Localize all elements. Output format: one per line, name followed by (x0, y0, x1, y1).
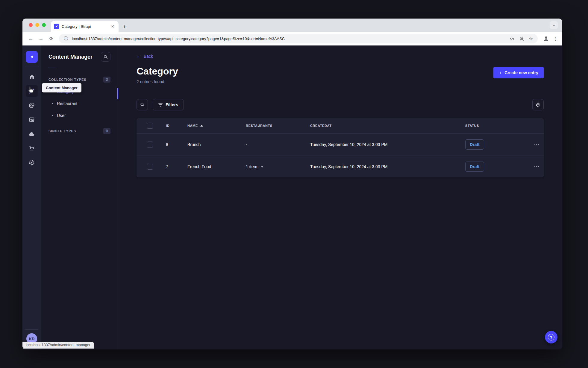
header-name[interactable]: NAME (187, 124, 246, 127)
select-all-checkbox[interactable] (147, 123, 153, 129)
filter-icon (158, 103, 163, 107)
new-tab-button[interactable]: + (123, 24, 126, 30)
marketplace-cart-icon[interactable] (26, 142, 38, 154)
profile-avatar-icon[interactable] (542, 35, 550, 42)
sidebar-item-user[interactable]: User (49, 110, 110, 121)
row-actions-kebab-icon[interactable] (515, 166, 539, 167)
cell-id: 8 (166, 142, 187, 147)
entries-count: 2 entries found (137, 79, 178, 84)
site-info-icon[interactable]: ⓘ (63, 35, 69, 42)
collection-types-count-badge: 3 (103, 77, 110, 83)
bookmark-star-icon[interactable]: ☆ (528, 35, 534, 42)
mouse-cursor-hand (27, 86, 35, 94)
table-header-row: ID NAME RESTAURANTS CREATEDAT STATUS (137, 118, 544, 134)
sidebar-item-label: Restaurant (57, 101, 77, 106)
question-mark-icon: ? (548, 334, 554, 340)
filters-label: Filters (166, 102, 178, 107)
cell-restaurants-label: 1 item (246, 164, 257, 169)
content-manager-tooltip: Content Manager (42, 83, 81, 92)
entries-table: ID NAME RESTAURANTS CREATEDAT STATUS 8 B… (137, 118, 544, 177)
table-search-icon[interactable] (137, 99, 148, 110)
create-new-entry-label: Create new entry (504, 70, 538, 75)
help-button[interactable]: ? (545, 331, 557, 343)
status-badge: Draft (465, 139, 484, 150)
address-bar[interactable]: ⓘ localhost:1337/admin/content-manager/c… (59, 34, 538, 43)
cell-createdat: Tuesday, September 10, 2024 at 3:03 PM (310, 164, 465, 169)
back-nav-icon[interactable]: ← (27, 34, 35, 43)
header-name-label: NAME (187, 124, 198, 127)
strapi-logo[interactable] (26, 51, 38, 63)
header-restaurants: RESTAURANTS (246, 124, 310, 127)
back-arrow-icon: ← (137, 54, 141, 59)
filters-button[interactable]: Filters (153, 99, 184, 110)
tab-close-icon[interactable]: ✕ (110, 24, 116, 29)
row-checkbox[interactable] (147, 142, 153, 147)
subnav-title: Content Manager (49, 54, 93, 60)
back-link[interactable]: ← Back (137, 54, 544, 59)
cell-createdat: Tuesday, September 10, 2024 at 3:03 PM (310, 142, 465, 147)
plus-icon: + (499, 70, 502, 75)
strapi-favicon (54, 24, 59, 29)
header-id[interactable]: ID (166, 124, 187, 127)
forward-nav-icon[interactable]: → (37, 34, 45, 43)
zoom-in-icon[interactable] (518, 35, 525, 42)
strapi-admin-app: KD Content Manager Collection Types 3 Ca… (22, 45, 562, 349)
chevron-down-icon (261, 166, 264, 168)
reload-icon[interactable]: ⟳ (47, 34, 55, 43)
close-window-button[interactable] (29, 23, 33, 27)
browser-tab-strip: Category | Strapi ✕ + ⌄ (22, 19, 562, 32)
main-content: ← Back Category 2 entries found + Create… (118, 45, 562, 349)
window-controls (29, 23, 46, 27)
cell-name: French Food (187, 164, 246, 169)
settings-gear-icon[interactable] (26, 157, 38, 169)
cell-restaurants: - (246, 142, 310, 147)
row-actions-kebab-icon[interactable] (515, 144, 539, 145)
tab-search-chevron-icon[interactable]: ⌄ (550, 21, 558, 29)
rail-divider (25, 67, 39, 67)
content-type-builder-icon[interactable] (26, 114, 38, 126)
header-createdat: CREATEDAT (310, 124, 465, 127)
sidebar-item-label: User (57, 113, 66, 118)
browser-tab[interactable]: Category | Strapi ✕ (51, 21, 119, 32)
table-row[interactable]: 8 Brunch - Tuesday, September 10, 2024 a… (137, 134, 544, 156)
cell-id: 7 (166, 164, 187, 169)
home-icon[interactable] (26, 71, 38, 83)
single-types-label: Single Types (49, 129, 76, 133)
subnav-divider (49, 68, 56, 68)
browser-window: Category | Strapi ✕ + ⌄ ← → ⟳ ⓘ localhos… (22, 19, 562, 349)
header-status: STATUS (465, 124, 515, 127)
tab-title: Category | Strapi (62, 24, 107, 29)
sort-ascending-icon (200, 125, 203, 127)
view-settings-gear-icon[interactable] (532, 99, 544, 110)
create-new-entry-button[interactable]: + Create new entry (493, 67, 544, 78)
link-preview-status-bar: localhost:1337/admin/content-manager (22, 342, 94, 349)
single-types-count-badge: 0 (103, 128, 110, 134)
password-key-icon[interactable] (509, 35, 516, 42)
row-checkbox[interactable] (147, 164, 153, 170)
rail-divider (25, 329, 39, 330)
media-library-icon[interactable] (26, 99, 38, 111)
table-row[interactable]: 7 French Food 1 item Tuesday, September … (137, 156, 544, 177)
cloud-icon[interactable] (26, 128, 38, 140)
maximize-window-button[interactable] (42, 23, 46, 27)
browser-toolbar: ← → ⟳ ⓘ localhost:1337/admin/content-man… (22, 32, 562, 45)
cell-name: Brunch (187, 142, 246, 147)
sidebar-item-restaurant[interactable]: Restaurant (49, 98, 110, 110)
bullet-icon (52, 115, 53, 116)
minimize-window-button[interactable] (35, 23, 39, 27)
back-label: Back (144, 54, 153, 59)
url-text: localhost:1337/admin/content-manager/col… (72, 37, 506, 41)
page-title: Category (137, 66, 178, 77)
browser-menu-kebab-icon[interactable]: ⋮ (553, 36, 558, 42)
status-badge: Draft (465, 162, 484, 172)
collection-types-label: Collection Types (49, 78, 87, 81)
cell-restaurants-dropdown[interactable]: 1 item (246, 164, 310, 169)
subnav-search-icon[interactable] (101, 52, 110, 62)
bullet-icon (52, 103, 53, 104)
toolbar-right: ⋮ (542, 35, 558, 42)
